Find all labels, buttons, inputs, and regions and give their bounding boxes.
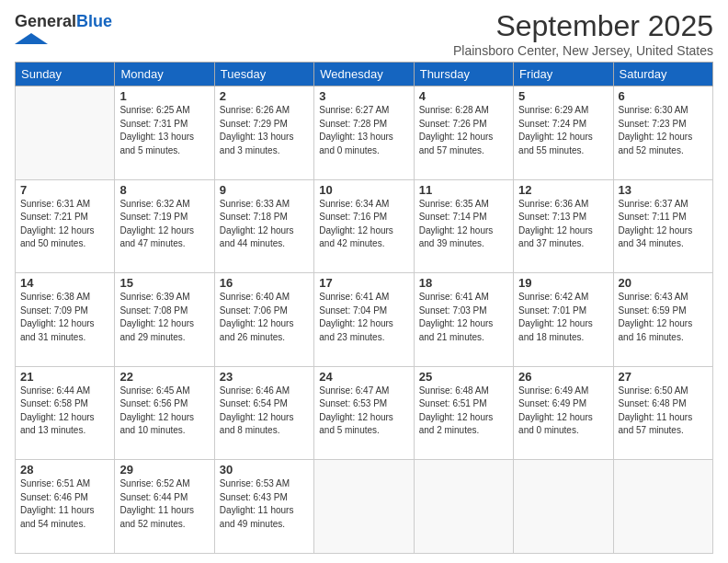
day-number: 16 [220, 276, 309, 290]
day-info: Sunrise: 6:32 AMSunset: 7:19 PMDaylight:… [119, 198, 209, 251]
day-info: Sunrise: 6:28 AMSunset: 7:26 PMDaylight:… [419, 104, 508, 157]
calendar-cell: 13Sunrise: 6:37 AMSunset: 7:11 PMDayligh… [613, 179, 712, 273]
day-number: 2 [220, 89, 309, 103]
day-info: Sunrise: 6:49 AMSunset: 6:49 PMDaylight:… [518, 385, 608, 438]
day-number: 24 [319, 370, 408, 384]
calendar-table: Sunday Monday Tuesday Wednesday Thursday… [15, 62, 713, 554]
day-number: 4 [419, 89, 508, 103]
day-number: 23 [220, 370, 309, 384]
day-info: Sunrise: 6:42 AMSunset: 7:01 PMDaylight:… [518, 291, 608, 344]
calendar-cell: 20Sunrise: 6:43 AMSunset: 6:59 PMDayligh… [613, 273, 712, 367]
day-info: Sunrise: 6:51 AMSunset: 6:46 PMDaylight:… [20, 477, 109, 531]
day-info: Sunrise: 6:40 AMSunset: 7:06 PMDaylight:… [220, 291, 309, 344]
day-number: 26 [518, 370, 608, 384]
calendar-cell: 18Sunrise: 6:41 AMSunset: 7:03 PMDayligh… [414, 273, 513, 367]
col-monday: Monday [115, 63, 214, 86]
calendar-week-row-3: 14Sunrise: 6:38 AMSunset: 7:09 PMDayligh… [16, 273, 713, 367]
calendar-cell: 16Sunrise: 6:40 AMSunset: 7:06 PMDayligh… [214, 273, 313, 367]
day-number: 15 [119, 276, 209, 290]
day-number: 6 [619, 89, 708, 103]
logo: GeneralBlue [15, 13, 112, 48]
title-block: September 2025 Plainsboro Center, New Je… [453, 9, 713, 58]
col-friday: Friday [514, 63, 613, 86]
day-number: 27 [619, 370, 708, 384]
day-info: Sunrise: 6:39 AMSunset: 7:08 PMDaylight:… [119, 291, 209, 344]
day-info: Sunrise: 6:29 AMSunset: 7:24 PMDaylight:… [518, 104, 608, 157]
svg-marker-0 [15, 33, 48, 44]
calendar-cell [16, 86, 115, 180]
day-number: 12 [518, 183, 608, 197]
day-number: 14 [20, 276, 109, 290]
day-info: Sunrise: 6:52 AMSunset: 6:44 PMDaylight:… [119, 477, 209, 531]
month-title: September 2025 [453, 9, 713, 43]
day-info: Sunrise: 6:35 AMSunset: 7:14 PMDaylight:… [419, 198, 508, 251]
calendar-week-row-5: 28Sunrise: 6:51 AMSunset: 6:46 PMDayligh… [16, 460, 713, 554]
calendar-cell: 10Sunrise: 6:34 AMSunset: 7:16 PMDayligh… [314, 179, 414, 273]
calendar-cell: 1Sunrise: 6:25 AMSunset: 7:31 PMDaylight… [115, 86, 214, 180]
location-subtitle: Plainsboro Center, New Jersey, United St… [453, 43, 713, 58]
calendar-cell: 15Sunrise: 6:39 AMSunset: 7:08 PMDayligh… [115, 273, 214, 367]
day-number: 25 [419, 370, 508, 384]
logo-icon [15, 33, 48, 44]
calendar-cell: 5Sunrise: 6:29 AMSunset: 7:24 PMDaylight… [514, 86, 613, 180]
day-number: 10 [319, 183, 408, 197]
day-number: 17 [319, 276, 408, 290]
col-saturday: Saturday [613, 63, 712, 86]
calendar-cell: 23Sunrise: 6:46 AMSunset: 6:54 PMDayligh… [214, 366, 313, 460]
calendar-cell: 4Sunrise: 6:28 AMSunset: 7:26 PMDaylight… [414, 86, 513, 180]
calendar-cell [613, 460, 712, 554]
day-number: 18 [419, 276, 508, 290]
day-info: Sunrise: 6:26 AMSunset: 7:29 PMDaylight:… [220, 104, 309, 157]
calendar-cell: 25Sunrise: 6:48 AMSunset: 6:51 PMDayligh… [414, 366, 513, 460]
day-number: 1 [119, 89, 209, 103]
day-info: Sunrise: 6:48 AMSunset: 6:51 PMDaylight:… [419, 385, 508, 438]
calendar-cell: 14Sunrise: 6:38 AMSunset: 7:09 PMDayligh… [16, 273, 115, 367]
day-number: 28 [20, 463, 109, 477]
day-number: 9 [220, 183, 309, 197]
calendar-cell: 22Sunrise: 6:45 AMSunset: 6:56 PMDayligh… [115, 366, 214, 460]
day-info: Sunrise: 6:41 AMSunset: 7:04 PMDaylight:… [319, 291, 408, 344]
calendar-cell [314, 460, 414, 554]
calendar-cell: 3Sunrise: 6:27 AMSunset: 7:28 PMDaylight… [314, 86, 414, 180]
day-info: Sunrise: 6:30 AMSunset: 7:23 PMDaylight:… [619, 104, 708, 157]
calendar-cell: 11Sunrise: 6:35 AMSunset: 7:14 PMDayligh… [414, 179, 513, 273]
day-info: Sunrise: 6:46 AMSunset: 6:54 PMDaylight:… [220, 385, 309, 438]
day-info: Sunrise: 6:44 AMSunset: 6:58 PMDaylight:… [20, 385, 109, 438]
day-info: Sunrise: 6:38 AMSunset: 7:09 PMDaylight:… [20, 291, 109, 344]
calendar-week-row-2: 7Sunrise: 6:31 AMSunset: 7:21 PMDaylight… [16, 179, 713, 273]
day-info: Sunrise: 6:43 AMSunset: 6:59 PMDaylight:… [619, 291, 708, 344]
col-sunday: Sunday [16, 63, 115, 86]
calendar-cell: 6Sunrise: 6:30 AMSunset: 7:23 PMDaylight… [613, 86, 712, 180]
calendar-cell: 28Sunrise: 6:51 AMSunset: 6:46 PMDayligh… [16, 460, 115, 554]
page: GeneralBlue September 2025 Plainsboro Ce… [0, 0, 728, 563]
day-number: 7 [20, 183, 109, 197]
day-info: Sunrise: 6:34 AMSunset: 7:16 PMDaylight:… [319, 198, 408, 251]
day-number: 20 [619, 276, 708, 290]
calendar-cell [414, 460, 513, 554]
day-info: Sunrise: 6:33 AMSunset: 7:18 PMDaylight:… [220, 198, 309, 251]
day-info: Sunrise: 6:41 AMSunset: 7:03 PMDaylight:… [419, 291, 508, 344]
header: GeneralBlue September 2025 Plainsboro Ce… [15, 9, 713, 58]
calendar-week-row-1: 1Sunrise: 6:25 AMSunset: 7:31 PMDaylight… [16, 86, 713, 180]
calendar-cell: 2Sunrise: 6:26 AMSunset: 7:29 PMDaylight… [214, 86, 313, 180]
calendar-cell: 19Sunrise: 6:42 AMSunset: 7:01 PMDayligh… [514, 273, 613, 367]
col-thursday: Thursday [414, 63, 513, 86]
col-tuesday: Tuesday [214, 63, 313, 86]
calendar-cell: 30Sunrise: 6:53 AMSunset: 6:43 PMDayligh… [214, 460, 313, 554]
day-info: Sunrise: 6:27 AMSunset: 7:28 PMDaylight:… [319, 104, 408, 157]
calendar-cell: 24Sunrise: 6:47 AMSunset: 6:53 PMDayligh… [314, 366, 414, 460]
calendar-cell: 27Sunrise: 6:50 AMSunset: 6:48 PMDayligh… [613, 366, 712, 460]
calendar-cell: 21Sunrise: 6:44 AMSunset: 6:58 PMDayligh… [16, 366, 115, 460]
calendar-cell: 9Sunrise: 6:33 AMSunset: 7:18 PMDaylight… [214, 179, 313, 273]
day-info: Sunrise: 6:53 AMSunset: 6:43 PMDaylight:… [220, 477, 309, 531]
day-number: 8 [119, 183, 209, 197]
day-info: Sunrise: 6:37 AMSunset: 7:11 PMDaylight:… [619, 198, 708, 251]
calendar-cell [514, 460, 613, 554]
day-number: 22 [119, 370, 209, 384]
calendar-cell: 26Sunrise: 6:49 AMSunset: 6:49 PMDayligh… [514, 366, 613, 460]
day-info: Sunrise: 6:25 AMSunset: 7:31 PMDaylight:… [119, 104, 209, 157]
calendar-cell: 7Sunrise: 6:31 AMSunset: 7:21 PMDaylight… [16, 179, 115, 273]
calendar-week-row-4: 21Sunrise: 6:44 AMSunset: 6:58 PMDayligh… [16, 366, 713, 460]
day-number: 30 [220, 463, 309, 477]
day-number: 13 [619, 183, 708, 197]
